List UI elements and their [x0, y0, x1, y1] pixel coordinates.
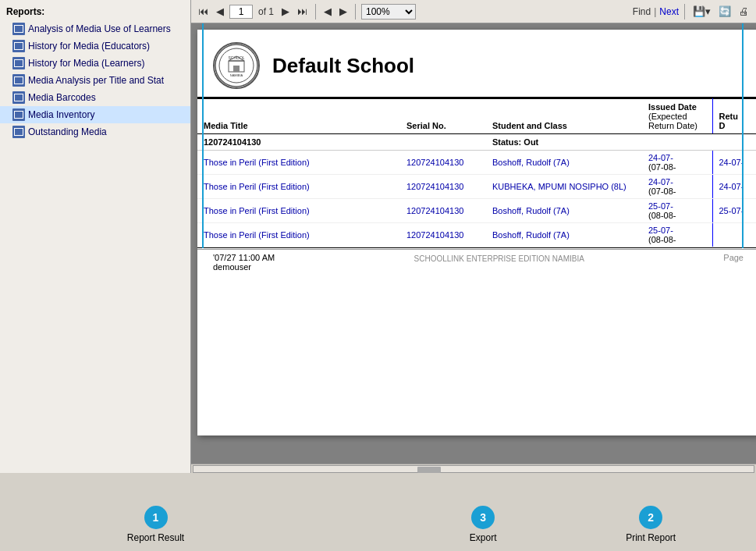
cell-student: Boshoff, Rudolf (7A)	[486, 199, 642, 223]
footer-page: Page	[723, 253, 744, 262]
toolbar-separator-2	[355, 4, 356, 20]
find-separator: |	[654, 6, 656, 17]
horizontal-scrollbar[interactable]	[191, 464, 756, 473]
report-header: SCHOOL NAMIBIA Default School	[197, 30, 756, 98]
page-number-input[interactable]	[229, 5, 253, 19]
cell-return: 25-07-	[712, 199, 756, 223]
sidebar-item-label: History for Media (Educators)	[28, 41, 150, 52]
last-page-button[interactable]: ⏭	[295, 4, 310, 19]
scroll-thumb[interactable]	[417, 467, 441, 473]
find-label: Find	[633, 6, 651, 17]
forward-button[interactable]: ▶	[337, 4, 350, 19]
report-icon	[12, 57, 25, 69]
cell-student: Boshoff, Rudolf (7A)	[486, 223, 642, 247]
school-logo: SCHOOL NAMIBIA	[213, 42, 260, 89]
sidebar-item-label: Media Barcodes	[28, 92, 96, 103]
sidebar-item-label: History for Media (Learners)	[28, 58, 144, 69]
cell-title: Those in Peril (First Edition)	[197, 151, 400, 175]
report-table: Media Title Serial No. Student and Class…	[197, 98, 756, 247]
report-page: SCHOOL NAMIBIA Default School	[197, 30, 756, 435]
cell-issued: 24-07-(07-08-	[642, 151, 712, 175]
cell-student: Boshoff, Rudolf (7A)	[486, 151, 642, 175]
cell-issued: 25-07-(08-08-	[642, 199, 712, 223]
column-header-row: Media Title Serial No. Student and Class…	[197, 99, 756, 134]
app-layout: Reports: Analysis of Media Use of Learne…	[0, 0, 756, 551]
cell-title: Those in Peril (First Edition)	[197, 199, 400, 223]
table-row: Those in Peril (First Edition) 120724104…	[197, 199, 756, 223]
cell-student: KUBHEKA, MPUMI NOSIPHO (8L)	[486, 175, 642, 199]
col-issued-date: Issued Date(Expected Return Date)	[642, 99, 712, 134]
group-barcode: 120724104130	[197, 134, 486, 151]
report-content[interactable]: SCHOOL NAMIBIA Default School	[191, 23, 756, 464]
sidebar-item-media-inventory[interactable]: Media Inventory	[0, 106, 190, 123]
sidebar-item-media-barcodes[interactable]: Media Barcodes	[0, 89, 190, 106]
sidebar-item-label: Outstanding Media	[28, 126, 107, 137]
cell-serial: 120724104130	[400, 223, 486, 247]
callout-circle-1: 1	[144, 506, 168, 529]
sidebar-header: Reports:	[0, 3, 190, 20]
toolbar-separator	[315, 4, 316, 20]
refresh-button[interactable]: 🔄	[716, 4, 733, 19]
print-button[interactable]: 🖨	[736, 4, 751, 19]
next-page-button[interactable]: ▶	[279, 4, 292, 19]
cell-serial: 120724104130	[400, 175, 486, 199]
report-icon	[12, 108, 25, 121]
table-row: Those in Peril (First Edition) 120724104…	[197, 223, 756, 247]
cell-issued: 25-07-(08-08-	[642, 223, 712, 247]
callout-print-report: 2 Print Report	[626, 506, 676, 543]
callout-circle-2: 2	[639, 506, 662, 529]
col-student-class: Student and Class	[486, 99, 642, 134]
toolbar-separator-3	[684, 4, 685, 20]
cell-return	[712, 223, 756, 247]
page-of-label: of 1	[258, 6, 274, 17]
group-status: Status: Out	[486, 134, 756, 151]
report-icon	[12, 74, 25, 87]
callout-label-report-result: Report Result	[127, 532, 184, 543]
back-button[interactable]: ◀	[321, 4, 334, 19]
footer-timestamp: '07/27 11:00 AM	[213, 253, 275, 262]
report-icon	[12, 40, 25, 52]
cell-serial: 120724104130	[400, 151, 486, 175]
sidebar-item-media-analysis[interactable]: Media Analysis per Title and Stat	[0, 72, 190, 89]
table-row: Those in Peril (First Edition) 120724104…	[197, 151, 756, 175]
next-label[interactable]: Next	[659, 6, 679, 17]
cell-title: Those in Peril (First Edition)	[197, 223, 400, 247]
connector-line-right	[742, 23, 744, 248]
callout-label-print-report: Print Report	[626, 532, 676, 543]
table-row: Those in Peril (First Edition) 120724104…	[197, 175, 756, 199]
cell-serial: 120724104130	[400, 199, 486, 223]
sidebar-item-history-educators[interactable]: History for Media (Educators)	[0, 37, 190, 55]
report-icon	[12, 23, 25, 35]
zoom-select[interactable]: 100% 50% 75% 125% 150%	[361, 4, 416, 20]
col-serial-no: Serial No.	[400, 99, 486, 134]
scroll-track[interactable]	[193, 465, 754, 473]
sidebar-item-label: Media Inventory	[28, 109, 94, 120]
report-icon	[12, 91, 25, 104]
col-return-date: RetuD	[712, 99, 756, 134]
report-area: ⏮ ◀ of 1 ▶ ⏭ ◀ ▶ 100% 50% 75% 125% 150%	[191, 0, 756, 473]
footer-left: '07/27 11:00 AM demouser	[213, 253, 275, 272]
footer-brand: SCHOOLLINK ENTERPRISE EDITION NAMIBIA	[414, 253, 584, 263]
report-divider	[197, 247, 756, 249]
sidebar-item-outstanding-media[interactable]: Outstanding Media	[0, 123, 190, 140]
footer-user: demouser	[213, 262, 275, 272]
cell-issued: 24-07-(07-08-	[642, 175, 712, 199]
sidebar-item-label: Analysis of Media Use of Learners	[28, 23, 171, 34]
first-page-button[interactable]: ⏮	[196, 4, 211, 19]
prev-page-button[interactable]: ◀	[214, 4, 226, 19]
save-button[interactable]: 💾▾	[690, 4, 713, 19]
col-media-title: Media Title	[197, 99, 400, 134]
find-area: Find | Next	[633, 6, 679, 17]
callout-report-result: 1 Report Result	[127, 506, 184, 543]
svg-rect-4	[233, 66, 240, 72]
callout-export: 3 Export	[470, 506, 497, 543]
sidebar-item-history-learners[interactable]: History for Media (Learners)	[0, 55, 190, 72]
cell-title: Those in Peril (First Edition)	[197, 175, 400, 199]
sidebar-item-analysis[interactable]: Analysis of Media Use of Learners	[0, 20, 190, 37]
svg-text:NAMIBIA: NAMIBIA	[230, 73, 243, 77]
cell-return: 24-07-	[712, 151, 756, 175]
content-area: Reports: Analysis of Media Use of Learne…	[0, 0, 756, 473]
report-table-area: Media Title Serial No. Student and Class…	[197, 98, 756, 247]
callout-circle-3: 3	[471, 506, 495, 529]
school-title: Default School	[272, 54, 414, 78]
